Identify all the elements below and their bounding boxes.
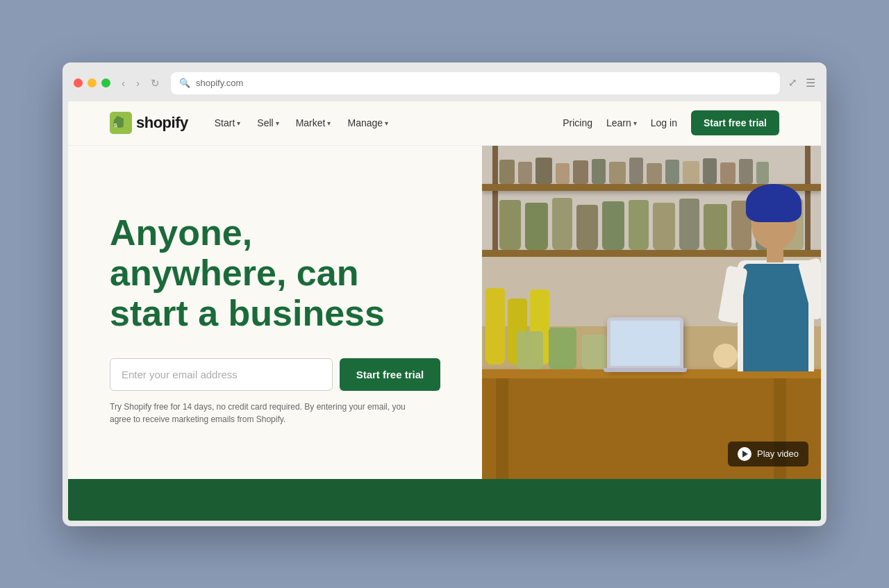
browser-content: S shopify Start ▾ Sell ▾ Market bbox=[68, 101, 821, 521]
browser-chrome: ‹ › ↻ 🔍 shopify.com ⤢ ☰ bbox=[63, 62, 826, 101]
hero-start-trial-button[interactable]: Start free trial bbox=[340, 358, 441, 391]
jar-m1 bbox=[499, 200, 521, 250]
green-bottom-bar bbox=[68, 479, 821, 521]
shopify-navbar: S shopify Start ▾ Sell ▾ Market bbox=[68, 101, 821, 146]
browser-window: ‹ › ↻ 🔍 shopify.com ⤢ ☰ S bbox=[63, 62, 826, 526]
jar-12 bbox=[703, 158, 717, 184]
play-triangle-icon bbox=[742, 451, 748, 457]
table-jar-2 bbox=[549, 328, 576, 369]
svg-text:S: S bbox=[114, 122, 117, 128]
table-jar-1 bbox=[517, 331, 543, 369]
hero-section: Anyone, anywhere, can start a business S… bbox=[68, 146, 821, 479]
jar-m8 bbox=[679, 199, 700, 250]
pricing-link[interactable]: Pricing bbox=[563, 117, 592, 128]
play-icon bbox=[738, 447, 751, 461]
nav-manage-label: Manage bbox=[347, 117, 383, 128]
jar-m6 bbox=[629, 200, 649, 250]
laptop-base bbox=[604, 368, 687, 372]
menu-icon[interactable]: ☰ bbox=[806, 76, 815, 90]
shopify-logo-icon: S bbox=[110, 112, 132, 134]
jar-7 bbox=[609, 162, 626, 184]
nav-item-sell[interactable]: Sell ▾ bbox=[250, 112, 285, 134]
table-jars bbox=[517, 328, 606, 369]
nav-left: S shopify Start ▾ Sell ▾ Market bbox=[110, 112, 395, 134]
play-video-label: Play video bbox=[757, 448, 799, 459]
nav-right: Pricing Learn ▾ Log in Start free trial bbox=[563, 110, 779, 135]
manage-chevron-icon: ▾ bbox=[385, 119, 388, 127]
address-text: shopify.com bbox=[196, 78, 243, 88]
nav-menu: Start ▾ Sell ▾ Market ▾ Manage ▾ bbox=[208, 112, 395, 134]
learn-label: Learn bbox=[606, 117, 631, 128]
shopify-logo-text: shopify bbox=[136, 114, 188, 132]
nav-item-market[interactable]: Market ▾ bbox=[289, 112, 338, 134]
address-bar[interactable]: 🔍 shopify.com bbox=[171, 72, 780, 94]
jar-9 bbox=[647, 163, 662, 184]
market-chevron-icon: ▾ bbox=[327, 119, 331, 127]
nav-item-manage[interactable]: Manage ▾ bbox=[340, 112, 395, 134]
close-button[interactable] bbox=[74, 78, 83, 87]
maximize-button[interactable] bbox=[101, 78, 110, 87]
bowl-on-table bbox=[713, 344, 738, 368]
browser-actions: ⤢ ☰ bbox=[788, 76, 815, 90]
forward-button[interactable]: › bbox=[133, 76, 142, 90]
person-headwear bbox=[746, 184, 801, 222]
jar-3 bbox=[535, 158, 552, 184]
jar-6 bbox=[592, 159, 606, 184]
login-link[interactable]: Log in bbox=[651, 117, 677, 128]
jar-13 bbox=[720, 162, 736, 184]
shopify-logo[interactable]: S shopify bbox=[110, 112, 188, 134]
hero-heading-line1: Anyone, anywhere, can bbox=[110, 212, 358, 293]
jar-14 bbox=[739, 159, 753, 184]
hero-heading: Anyone, anywhere, can start a business bbox=[110, 212, 401, 334]
search-icon: 🔍 bbox=[179, 78, 190, 88]
jar-2 bbox=[518, 162, 532, 184]
jar-5 bbox=[573, 160, 588, 184]
nav-market-label: Market bbox=[296, 117, 326, 128]
hero-form: Start free trial bbox=[110, 358, 440, 391]
nav-item-start[interactable]: Start ▾ bbox=[208, 112, 248, 134]
bottle-1 bbox=[485, 288, 505, 364]
jar-m2 bbox=[525, 203, 549, 250]
jar-m9 bbox=[704, 204, 727, 250]
top-jar-row bbox=[499, 153, 804, 184]
refresh-button[interactable]: ↻ bbox=[148, 76, 163, 91]
hero-scene: Play video bbox=[482, 146, 821, 479]
person-apron bbox=[743, 264, 808, 371]
learn-link[interactable]: Learn ▾ bbox=[606, 117, 637, 128]
nav-start-trial-button[interactable]: Start free trial bbox=[691, 110, 779, 135]
hero-disclaimer: Try Shopify free for 14 days, no credit … bbox=[110, 401, 408, 426]
jar-m7 bbox=[653, 203, 675, 250]
nav-sell-label: Sell bbox=[257, 117, 273, 128]
jar-15 bbox=[756, 162, 769, 184]
back-button[interactable]: ‹ bbox=[119, 76, 128, 90]
sell-chevron-icon: ▾ bbox=[276, 119, 279, 127]
expand-icon[interactable]: ⤢ bbox=[788, 76, 797, 90]
table-jar-3 bbox=[582, 335, 606, 369]
hero-heading-line2: start a business bbox=[110, 293, 385, 333]
minimize-button[interactable] bbox=[88, 78, 97, 87]
browser-nav-buttons: ‹ › ↻ bbox=[119, 76, 163, 91]
jar-m4 bbox=[576, 205, 598, 250]
jar-4 bbox=[556, 163, 570, 184]
start-chevron-icon: ▾ bbox=[237, 119, 240, 127]
nav-start-label: Start bbox=[215, 117, 235, 128]
jar-1 bbox=[499, 160, 515, 184]
jar-10 bbox=[665, 160, 679, 184]
learn-chevron-icon: ▾ bbox=[633, 119, 637, 127]
play-video-button[interactable]: Play video bbox=[728, 442, 808, 467]
laptop-body bbox=[607, 317, 683, 369]
traffic-lights bbox=[74, 78, 110, 87]
laptop-screen bbox=[610, 321, 680, 366]
email-input[interactable] bbox=[110, 358, 333, 391]
hero-image-area: Play video bbox=[482, 146, 821, 479]
jar-11 bbox=[683, 161, 699, 184]
jar-m3 bbox=[552, 198, 572, 250]
jar-8 bbox=[629, 158, 643, 184]
jar-m5 bbox=[602, 201, 625, 250]
hero-left: Anyone, anywhere, can start a business S… bbox=[68, 146, 482, 479]
table-leg-left bbox=[496, 378, 508, 479]
